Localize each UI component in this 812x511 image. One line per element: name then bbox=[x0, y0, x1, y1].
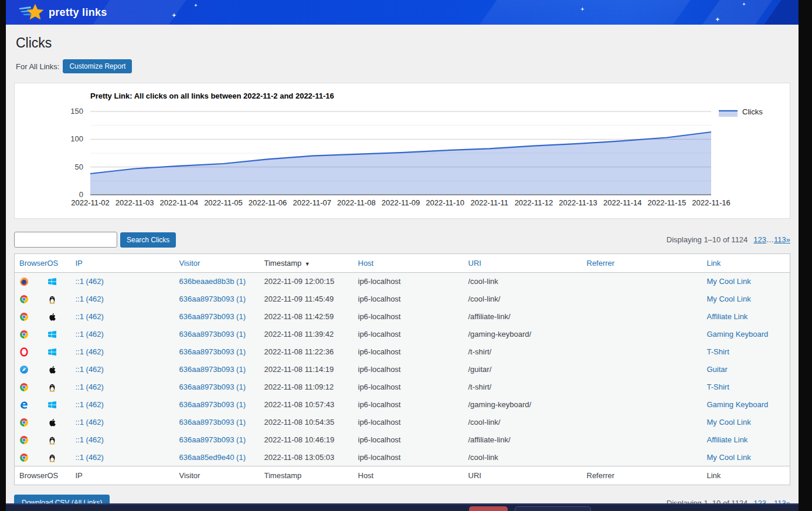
host-cell: ip6-localhost bbox=[354, 378, 464, 396]
visitor-link[interactable]: 636beaaed8b3b (1) bbox=[179, 277, 246, 286]
for-all-links-label: For All Links: bbox=[16, 62, 59, 71]
banner-red-button-fragment[interactable] bbox=[469, 506, 508, 511]
pretty-links-logo: pretty links bbox=[18, 3, 107, 22]
pretty-link-name-link[interactable]: My Cool Link bbox=[707, 295, 751, 303]
next-page-link[interactable]: » bbox=[786, 499, 790, 504]
pretty-link-name-link[interactable]: Gaming Keyboard bbox=[707, 400, 769, 409]
table-row: ::1 (462)636aa8973b093 (1)2022-11-09 11:… bbox=[15, 290, 790, 308]
column-header-uri[interactable]: URI bbox=[468, 259, 481, 268]
column-header-link[interactable]: Link bbox=[707, 259, 721, 268]
table-row: ::1 (462)636aa8973b093 (1)2022-11-08 11:… bbox=[15, 326, 790, 343]
ip-link[interactable]: ::1 (462) bbox=[76, 453, 104, 462]
pretty-link-name-link[interactable]: Affiliate Link bbox=[707, 435, 748, 444]
table-row: ::1 (462)636aa8973b093 (1)2022-11-08 10:… bbox=[15, 431, 790, 449]
pagination-top: Displaying 1–10 of 1124 123…113» bbox=[667, 235, 790, 244]
visitor-link[interactable]: 636aa8973b093 (1) bbox=[179, 418, 246, 427]
ip-link[interactable]: ::1 (462) bbox=[76, 418, 104, 427]
column-header-ip[interactable]: IP bbox=[76, 259, 83, 268]
referrer-cell bbox=[582, 273, 702, 290]
visitor-link[interactable]: 636aa8973b093 (1) bbox=[179, 295, 246, 303]
visitor-link[interactable]: 636aa8973b093 (1) bbox=[179, 400, 246, 409]
ip-link[interactable]: ::1 (462) bbox=[76, 330, 104, 339]
referrer-cell bbox=[582, 308, 702, 326]
ip-link[interactable]: ::1 (462) bbox=[76, 400, 104, 409]
column-header-host[interactable]: Host bbox=[358, 259, 374, 268]
ip-link[interactable]: ::1 (462) bbox=[76, 365, 104, 374]
ip-link[interactable]: ::1 (462) bbox=[76, 277, 104, 286]
pretty-link-name-link[interactable]: T-Shirt bbox=[707, 383, 729, 391]
page-link-1[interactable]: 1 bbox=[753, 235, 757, 244]
download-csv-button[interactable]: Download CSV (All Links) bbox=[14, 495, 110, 503]
page-link-1[interactable]: 1 bbox=[753, 499, 757, 504]
column-header-timestamp[interactable]: Timestamp bbox=[264, 259, 302, 268]
windows-icon bbox=[47, 400, 57, 410]
visitor-link[interactable]: 636aa8973b093 (1) bbox=[179, 347, 246, 356]
clicks-area-chart: 0501001502022-11-022022-11-032022-11-042… bbox=[15, 102, 790, 215]
svg-text:2022-11-14: 2022-11-14 bbox=[603, 198, 642, 207]
pretty-link-name-link[interactable]: My Cool Link bbox=[707, 418, 751, 427]
next-page-link[interactable]: » bbox=[786, 235, 790, 244]
page-link-3[interactable]: 3 bbox=[762, 499, 766, 504]
page-link-113[interactable]: 113 bbox=[774, 235, 786, 244]
referrer-cell bbox=[582, 396, 702, 414]
pretty-link-name-link[interactable]: Affiliate Link bbox=[707, 312, 748, 321]
windows-icon bbox=[47, 277, 57, 286]
visitor-link[interactable]: 636aa8973b093 (1) bbox=[179, 365, 246, 374]
visitor-link[interactable]: 636aa8973b093 (1) bbox=[179, 435, 246, 444]
linux-icon bbox=[47, 383, 57, 392]
ip-link[interactable]: ::1 (462) bbox=[76, 295, 104, 303]
table-row: ::1 (462)636aa8973b093 (1)2022-11-08 11:… bbox=[15, 308, 790, 326]
table-footer-row: BrowserOSIPVisitorTimestampHostURIReferr… bbox=[15, 466, 790, 485]
ip-link[interactable]: ::1 (462) bbox=[76, 383, 104, 391]
column-header-os[interactable]: OS bbox=[47, 259, 59, 268]
visitor-link[interactable]: 636aa85ed9e40 (1) bbox=[179, 453, 246, 462]
page-link-3[interactable]: 3 bbox=[762, 235, 766, 244]
page-link-2[interactable]: 2 bbox=[758, 499, 762, 504]
referrer-cell bbox=[582, 378, 702, 396]
customize-report-button[interactable]: Customize Report bbox=[63, 59, 132, 73]
visitor-link[interactable]: 636aa8973b093 (1) bbox=[179, 383, 246, 391]
column-header-visitor: Visitor bbox=[179, 471, 201, 480]
timestamp-cell: 2022-11-09 12:00:15 bbox=[260, 273, 354, 290]
referrer-cell bbox=[582, 431, 702, 449]
pretty-link-name-link[interactable]: T-Shirt bbox=[707, 347, 729, 356]
timestamp-cell: 2022-11-08 11:22:36 bbox=[260, 343, 354, 361]
ip-link[interactable]: ::1 (462) bbox=[76, 435, 104, 444]
apple-icon bbox=[47, 312, 57, 322]
ip-link[interactable]: ::1 (462) bbox=[76, 312, 104, 321]
displaying-text: Displaying 1–10 of 1124 bbox=[667, 499, 748, 504]
uri-cell: /gaming-keyboard/ bbox=[464, 326, 582, 343]
page-link-113[interactable]: 113 bbox=[774, 499, 786, 504]
host-cell: ip6-localhost bbox=[354, 308, 464, 326]
host-cell: ip6-localhost bbox=[354, 343, 464, 361]
uri-cell: /t-shirt/ bbox=[464, 378, 582, 396]
pretty-link-name-link[interactable]: My Cool Link bbox=[707, 277, 751, 286]
svg-text:2022-11-09: 2022-11-09 bbox=[382, 198, 420, 207]
pretty-link-name-link[interactable]: Gaming Keyboard bbox=[707, 330, 769, 339]
svg-text:2022-11-04: 2022-11-04 bbox=[160, 198, 199, 207]
pretty-link-name-link[interactable]: Guitar bbox=[707, 365, 728, 374]
visitor-link[interactable]: 636aa8973b093 (1) bbox=[179, 330, 246, 339]
page-links: 123…113» bbox=[753, 235, 790, 244]
svg-text:2022-11-06: 2022-11-06 bbox=[249, 198, 287, 207]
ip-link[interactable]: ::1 (462) bbox=[76, 347, 104, 356]
uri-cell: /cool-link/ bbox=[464, 290, 582, 308]
search-clicks-button[interactable]: Search Clicks bbox=[120, 232, 176, 248]
logo-text: pretty links bbox=[49, 6, 107, 19]
column-header-referrer[interactable]: Referrer bbox=[587, 259, 615, 268]
edge-icon bbox=[19, 400, 29, 410]
visitor-link[interactable]: 636aa8973b093 (1) bbox=[179, 312, 246, 321]
pretty-link-name-link[interactable]: My Cool Link bbox=[707, 453, 751, 462]
column-header-browser[interactable]: Browser bbox=[19, 259, 47, 268]
banner-outline-button-fragment[interactable] bbox=[515, 506, 591, 511]
table-header-row: BrowserOSIPVisitorTimestamp ▼HostURIRefe… bbox=[15, 254, 790, 273]
uri-cell: /cool-link/ bbox=[464, 414, 582, 431]
column-header-visitor[interactable]: Visitor bbox=[179, 259, 201, 268]
svg-text:2022-11-05: 2022-11-05 bbox=[204, 198, 243, 207]
svg-text:2022-11-07: 2022-11-07 bbox=[293, 198, 331, 207]
search-clicks-input[interactable] bbox=[14, 232, 117, 248]
windows-icon bbox=[47, 330, 57, 339]
page-link-2[interactable]: 2 bbox=[758, 235, 762, 244]
table-row: ::1 (462)636aa85ed9e40 (1)2022-11-08 13:… bbox=[15, 449, 790, 466]
svg-text:2022-11-10: 2022-11-10 bbox=[426, 198, 464, 207]
